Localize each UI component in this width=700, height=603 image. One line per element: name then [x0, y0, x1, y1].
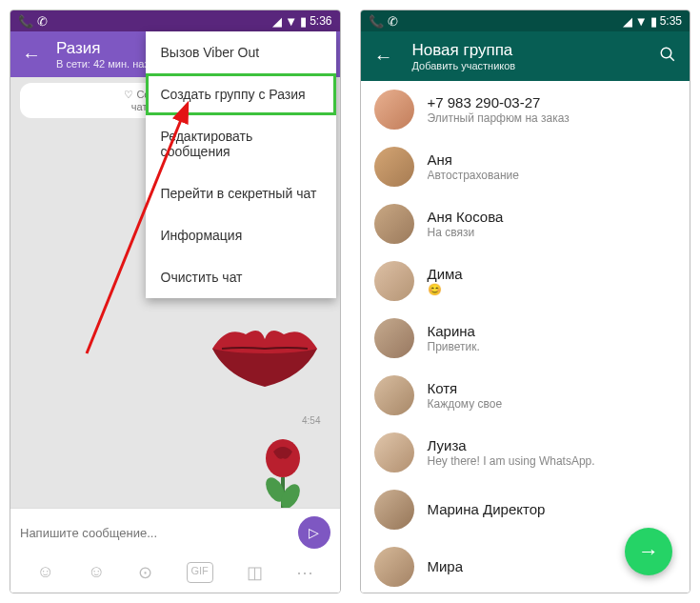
contact-row[interactable]: +7 983 290-03-27 Элитный парфюм на заказ	[361, 81, 690, 138]
phone-icon: 📞	[369, 14, 384, 29]
message-input[interactable]	[20, 526, 290, 540]
whatsapp-phone: 📞 ✆ ◢ ▼ ▮ 5:35 ← Новая группа Добавить у…	[360, 10, 691, 593]
contact-name: Дима	[428, 266, 463, 282]
page-subtitle: Добавить участников	[412, 60, 516, 71]
contact-name: Аня Косова	[428, 209, 504, 225]
sticker-rose-row	[254, 434, 311, 508]
wifi-icon: ▼	[635, 14, 648, 29]
contact-row[interactable]: Дима 😊	[361, 252, 690, 310]
status-time: 5:35	[660, 14, 682, 28]
battery-icon: ▮	[650, 14, 657, 29]
more-icon[interactable]: ⋯	[296, 562, 313, 583]
avatar	[374, 90, 414, 130]
avatar	[374, 261, 414, 301]
contact-row[interactable]: Карина Приветик.	[361, 310, 690, 367]
menu-info[interactable]: Информация	[146, 214, 336, 256]
contact-row[interactable]: Луиза Hey there! I am using WhatsApp.	[361, 424, 690, 481]
contact-name: Марина Директор	[428, 501, 546, 517]
avatar	[374, 318, 414, 358]
contact-row[interactable]: Котя Каждому свое	[361, 367, 690, 424]
contact-status: На связи	[428, 226, 504, 239]
avatar	[374, 490, 414, 530]
menu-create-group[interactable]: Создать группу с Разия	[146, 73, 336, 115]
contact-status: Элитный парфюм на заказ	[428, 111, 570, 125]
page-title: Новая группа	[412, 41, 516, 60]
rose-sticker[interactable]	[254, 434, 311, 508]
contact-name: Луиза	[428, 437, 595, 453]
signal-icon: ◢	[623, 14, 632, 29]
search-button[interactable]	[659, 46, 676, 68]
send-icon: ▷	[309, 525, 319, 540]
contact-name: Котя	[428, 380, 503, 396]
svg-line-6	[670, 56, 674, 61]
avatar	[374, 547, 414, 587]
sticker-lips-row	[203, 311, 327, 401]
contact-status: Каждому свое	[428, 397, 503, 411]
wa-header: ← Новая группа Добавить участников	[361, 31, 690, 81]
phone-icon: 📞	[18, 14, 33, 29]
contact-name: Аня	[428, 151, 519, 168]
back-button[interactable]: ←	[22, 44, 41, 66]
avatar	[374, 432, 414, 472]
fab-next-button[interactable]: →	[625, 528, 672, 575]
svg-point-5	[661, 48, 671, 58]
viber-footer: ▷ ☺ ☺ ⊙ GIF ◫ ⋯	[10, 508, 340, 593]
camera-icon[interactable]: ⊙	[138, 562, 152, 583]
contact-status: Hey there! I am using WhatsApp.	[428, 454, 595, 468]
signal-icon: ◢	[272, 14, 282, 29]
lips-sticker[interactable]	[203, 311, 327, 401]
wifi-icon: ▼	[285, 14, 297, 29]
menu-edit-messages[interactable]: Редактировать сообщения	[146, 115, 336, 172]
back-button[interactable]: ←	[374, 46, 393, 68]
viber-phone: 📞 ✆ ◢ ▼ ▮ 5:36 ← Разия В сети: 42 мин. н…	[10, 10, 341, 593]
menu-clear-chat[interactable]: Очистить чат	[146, 256, 336, 298]
wa-status-bar: 📞 ✆ ◢ ▼ ▮ 5:35	[361, 10, 690, 31]
contact-status: 😊	[428, 283, 463, 296]
battery-icon: ▮	[300, 14, 307, 29]
sticker-icon[interactable]: ☺	[88, 562, 105, 583]
contact-status: Приветик.	[428, 340, 480, 353]
arrow-right-icon: →	[638, 539, 659, 564]
contact-name: Карина	[428, 323, 480, 339]
viber-status-bar: 📞 ✆ ◢ ▼ ▮ 5:36	[10, 10, 340, 31]
contact-row[interactable]: Аня Косова На связи	[361, 195, 690, 252]
contact-list[interactable]: +7 983 290-03-27 Элитный парфюм на заказ…	[361, 81, 690, 593]
send-button[interactable]: ▷	[298, 516, 330, 549]
contact-row[interactable]: Аня Автострахование	[361, 138, 690, 195]
contact-name: +7 983 290-03-27	[428, 94, 570, 111]
menu-secret-chat[interactable]: Перейти в секретный чат	[146, 172, 336, 214]
avatar	[374, 204, 414, 244]
contact-name: Мира	[428, 558, 464, 574]
emoji-icon[interactable]: ☺	[37, 562, 54, 583]
whatsapp-icon: ✆	[388, 14, 398, 29]
context-menu: Вызов Viber Out Создать группу с Разия Р…	[146, 31, 336, 298]
attachment-icon[interactable]: ◫	[247, 562, 263, 583]
menu-viber-out[interactable]: Вызов Viber Out	[146, 31, 336, 73]
contact-status: Автострахование	[428, 169, 519, 182]
whatsapp-icon: ✆	[37, 14, 48, 29]
avatar	[374, 147, 414, 187]
message-time-2: 4:54	[302, 415, 320, 426]
avatar	[374, 375, 414, 415]
status-time: 5:36	[310, 14, 331, 28]
gif-icon[interactable]: GIF	[187, 562, 213, 583]
